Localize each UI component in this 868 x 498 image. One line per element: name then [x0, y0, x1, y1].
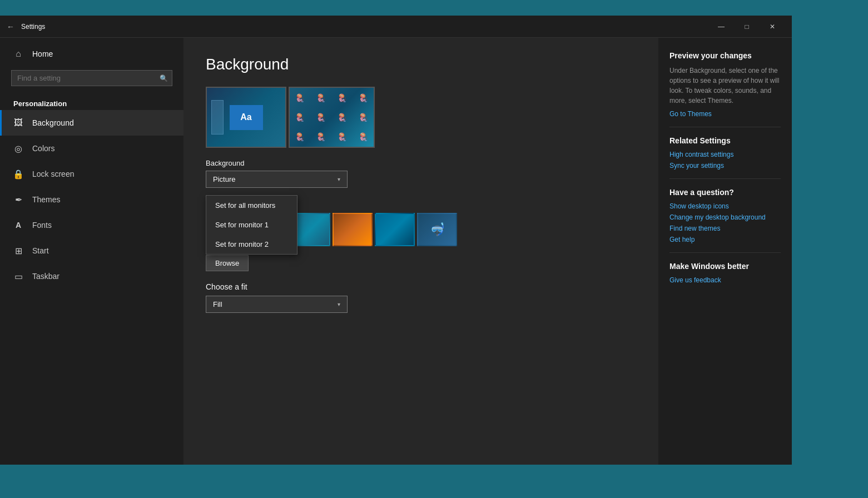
- context-menu: Set for all monitors Set for monitor 1 S…: [206, 195, 297, 255]
- lock-icon: 🔒: [13, 169, 23, 179]
- sidebar-item-fonts[interactable]: A Fonts: [0, 212, 183, 238]
- jf-7: 🪼: [332, 107, 353, 127]
- maximize-button[interactable]: □: [734, 18, 760, 35]
- search-box: 🔍: [11, 70, 172, 86]
- fonts-icon: A: [13, 220, 23, 230]
- taskbar-icon: ▭: [13, 271, 23, 281]
- sidebar-item-taskbar[interactable]: ▭ Taskbar: [0, 263, 183, 289]
- search-input[interactable]: [11, 70, 172, 86]
- fit-select-box[interactable]: Fill ▾: [206, 296, 348, 313]
- picture-thumb-4[interactable]: [333, 213, 373, 246]
- jf-3: 🪼: [332, 88, 353, 107]
- title-bar: ← Settings — □ ✕: [0, 16, 792, 38]
- preview-monitor-left: Aa: [206, 87, 286, 148]
- get-help-link[interactable]: Get help: [669, 236, 781, 243]
- divider-2: [669, 178, 781, 179]
- change-bg-link[interactable]: Change my desktop background: [669, 213, 781, 221]
- right-panel: Preview your changes Under Background, s…: [658, 38, 792, 465]
- sidebar-item-fonts-label: Fonts: [32, 221, 52, 230]
- themes-icon: ✒: [13, 195, 23, 205]
- divider-3: [669, 252, 781, 253]
- preview-monitor-right: 🪼 🪼 🪼 🪼 🪼 🪼 🪼 🪼 🪼 🪼 🪼 🪼: [289, 87, 375, 148]
- fit-dropdown-arrow-icon: ▾: [338, 301, 340, 307]
- sidebar-item-lock-label: Lock screen: [32, 170, 74, 178]
- high-contrast-link[interactable]: High contrast settings: [669, 151, 781, 158]
- give-feedback-link[interactable]: Give us feedback: [669, 276, 781, 284]
- fit-select[interactable]: Fill ▾: [206, 296, 348, 313]
- choose-fit-section: Choose a fit Fill ▾: [206, 282, 636, 313]
- context-menu-set-all[interactable]: Set for all monitors: [206, 196, 297, 215]
- sidebar-item-taskbar-label: Taskbar: [32, 272, 59, 281]
- sidebar-item-colors-label: Colors: [32, 144, 54, 153]
- close-button[interactable]: ✕: [760, 18, 785, 35]
- search-icon: 🔍: [160, 74, 168, 82]
- jf-6: 🪼: [311, 107, 332, 127]
- jf-11: 🪼: [332, 127, 353, 147]
- home-icon: ⌂: [13, 49, 23, 59]
- fit-label: Choose a fit: [206, 282, 636, 291]
- sidebar-item-lock-screen[interactable]: 🔒 Lock screen: [0, 161, 183, 187]
- related-settings-title: Related Settings: [669, 136, 781, 145]
- colors-icon: ◎: [13, 143, 23, 153]
- sidebar-item-themes[interactable]: ✒ Themes: [0, 187, 183, 212]
- background-type-select[interactable]: Picture ▾: [206, 171, 348, 188]
- sidebar-item-background-label: Background: [32, 118, 74, 127]
- sync-settings-link[interactable]: Sync your settings: [669, 162, 781, 170]
- preview-area: Aa 🪼 🪼 🪼 🪼 🪼 🪼 🪼 🪼 🪼 🪼 🪼: [206, 87, 636, 148]
- jf-12: 🪼: [353, 127, 374, 147]
- background-icon: 🖼: [13, 118, 23, 128]
- app-title: Settings: [21, 23, 708, 31]
- sidebar-item-colors[interactable]: ◎ Colors: [0, 136, 183, 161]
- jf-1: 🪼: [290, 88, 311, 107]
- jf-9: 🪼: [290, 127, 311, 147]
- context-menu-set-monitor1[interactable]: Set for monitor 1: [206, 215, 297, 235]
- sidebar-item-themes-label: Themes: [32, 195, 61, 204]
- preview-aa-box: Aa: [230, 105, 263, 130]
- jf-4: 🪼: [353, 88, 374, 107]
- jf-8: 🪼: [353, 107, 374, 127]
- page-title: Background: [206, 56, 636, 73]
- preview-description: Under Background, select one of the opti…: [669, 66, 781, 106]
- make-windows-better-title: Make Windows better: [669, 262, 781, 271]
- jf-10: 🪼: [311, 127, 332, 147]
- back-button[interactable]: ←: [7, 22, 14, 31]
- sidebar-item-start-label: Start: [32, 246, 49, 255]
- sidebar-section-label: Personalization: [0, 95, 183, 110]
- start-icon: ⊞: [13, 246, 23, 256]
- picture-thumb-6[interactable]: 🤿: [417, 213, 457, 246]
- main-content: Background Aa 🪼 🪼 🪼 🪼 🪼 🪼 🪼 🪼: [183, 38, 658, 465]
- bottom-decoration: [0, 465, 868, 498]
- minimize-button[interactable]: —: [708, 18, 734, 35]
- dropdown-arrow-icon: ▾: [338, 176, 340, 182]
- fit-value: Fill: [213, 300, 222, 308]
- browse-button[interactable]: Browse: [206, 255, 249, 271]
- window-controls: — □ ✕: [708, 18, 785, 35]
- home-label: Home: [32, 49, 53, 58]
- background-dropdown-section: Background Picture ▾ Set for all monitor…: [206, 159, 636, 188]
- sidebar: ⌂ Home 🔍 Personalization 🖼 Background ◎ …: [0, 38, 183, 465]
- have-question-title: Have a question?: [669, 188, 781, 197]
- context-menu-set-monitor2[interactable]: Set for monitor 2: [206, 235, 297, 254]
- content-area: ⌂ Home 🔍 Personalization 🖼 Background ◎ …: [0, 38, 792, 465]
- sidebar-item-start[interactable]: ⊞ Start: [0, 238, 183, 263]
- background-dropdown-label: Background: [206, 159, 636, 167]
- jf-2: 🪼: [311, 88, 332, 107]
- find-themes-link[interactable]: Find new themes: [669, 225, 781, 232]
- sidebar-item-background[interactable]: 🖼 Background: [0, 110, 183, 136]
- show-desktop-link[interactable]: Show desktop icons: [669, 202, 781, 210]
- divider-1: [669, 127, 781, 127]
- select-box[interactable]: Picture ▾: [206, 171, 348, 188]
- dropdown-row: Picture ▾ Set for all monitors Set for m…: [206, 171, 636, 188]
- sidebar-item-home[interactable]: ⌂ Home: [0, 42, 183, 66]
- go-to-themes-link[interactable]: Go to Themes: [669, 110, 781, 118]
- preview-title: Preview your changes: [669, 51, 781, 60]
- picture-thumb-5[interactable]: [375, 213, 415, 246]
- jellyfish-grid: 🪼 🪼 🪼 🪼 🪼 🪼 🪼 🪼 🪼 🪼 🪼 🪼: [290, 88, 374, 147]
- jf-5: 🪼: [290, 107, 311, 127]
- select-value: Picture: [213, 175, 235, 183]
